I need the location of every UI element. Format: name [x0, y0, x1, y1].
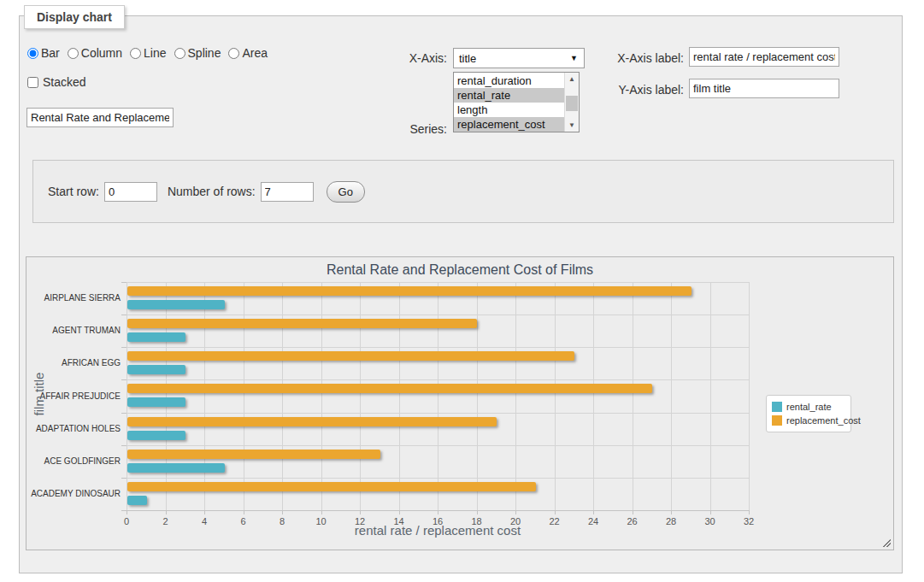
bar-rental_rate[interactable]	[127, 365, 185, 374]
x-tick-mark	[515, 511, 516, 514]
legend-item-rental_rate[interactable]: rental_rate	[772, 400, 845, 414]
bar-replacement_cost[interactable]	[127, 482, 536, 491]
chart-type-label: Column	[81, 46, 122, 60]
x-tick-mark	[749, 511, 750, 514]
chart-type-option-bar: Bar	[27, 46, 60, 60]
x-tick-mark	[321, 511, 322, 514]
x-gridline	[244, 282, 244, 510]
x-gridline	[749, 282, 750, 510]
bar-rental_rate[interactable]	[127, 332, 185, 342]
x-axis-select[interactable]: title ▼	[453, 48, 585, 68]
y-axis-label-label: Y-Axis label:	[575, 83, 684, 97]
go-button[interactable]: Go	[327, 181, 365, 203]
bar-rental_rate[interactable]	[127, 300, 225, 309]
chart-title-input[interactable]	[26, 108, 174, 127]
category-label: AGENT TRUMAN	[26, 326, 121, 335]
chart-type-option-spline: Spline	[174, 46, 221, 60]
stacked-checkbox[interactable]	[27, 77, 38, 88]
chart-title: Rental Rate and Replacement Cost of Film…	[26, 262, 893, 278]
num-rows-label: Number of rows:	[168, 185, 256, 198]
chart-type-radio-bar[interactable]	[27, 48, 38, 59]
chart-legend: rental_ratereplacement_cost	[766, 395, 851, 432]
chart-type-group: BarColumnLineSplineArea	[27, 46, 275, 60]
y-tick-mark	[121, 413, 127, 414]
bar-replacement_cost[interactable]	[127, 450, 380, 459]
x-tick-mark	[477, 511, 478, 514]
x-tick-mark	[282, 511, 283, 514]
scrollbar-thumb[interactable]	[566, 96, 578, 111]
category-label: AFRICAN EGG	[26, 358, 121, 367]
x-tick-mark	[399, 511, 400, 514]
x-tick-mark	[166, 511, 167, 514]
chart-type-label: Area	[242, 46, 268, 60]
x-gridline	[360, 282, 361, 510]
start-row-input[interactable]	[104, 182, 157, 202]
x-gridline	[555, 282, 556, 510]
chart-type-option-area: Area	[228, 46, 268, 60]
chart-type-option-line: Line	[130, 46, 166, 60]
y-tick-mark	[121, 315, 127, 315]
resize-handle-icon[interactable]	[881, 538, 891, 547]
series-option-rental_rate[interactable]: rental_rate	[454, 88, 564, 103]
series-option-rental_duration[interactable]: rental_duration	[454, 73, 564, 88]
chart-type-radio-spline[interactable]	[174, 48, 185, 59]
x-tick-mark	[127, 511, 127, 514]
bar-replacement_cost[interactable]	[127, 384, 652, 393]
y-gridline	[127, 315, 749, 315]
category-label: ACADEMY DINOSAUR	[26, 489, 121, 498]
chart: Rental Rate and Replacement Cost of Film…	[26, 256, 894, 550]
category-label: ACE GOLDFINGER	[26, 456, 121, 466]
chart-type-radio-area[interactable]	[228, 48, 239, 59]
bar-replacement_cost[interactable]	[127, 417, 497, 426]
legend-swatch-icon	[772, 402, 782, 412]
x-tick-mark	[204, 511, 205, 514]
bar-replacement_cost[interactable]	[127, 286, 692, 296]
x-gridline	[477, 282, 478, 510]
chart-type-label: Line	[144, 46, 166, 60]
x-tick-mark	[438, 511, 438, 514]
x-tick-mark	[593, 511, 594, 514]
bar-rental_rate[interactable]	[127, 431, 185, 440]
category-label: AIRPLANE SIERRA	[26, 293, 121, 303]
series-option-length[interactable]: length	[454, 103, 564, 117]
y-tick-mark	[121, 379, 127, 380]
x-tick-mark	[633, 511, 633, 514]
category-label: ADAPTATION HOLES	[26, 424, 121, 433]
legend-label: replacement_cost	[786, 415, 861, 426]
x-tick-mark	[360, 511, 361, 514]
x-gridline	[127, 282, 127, 510]
chart-type-option-column: Column	[68, 46, 122, 60]
chart-type-radio-line[interactable]	[130, 48, 141, 59]
y-axis-title: film title	[32, 373, 46, 416]
y-axis-label-input[interactable]	[689, 79, 839, 98]
x-axis-label-input[interactable]	[689, 47, 839, 67]
x-axis-select-label: X-Axis:	[362, 51, 447, 65]
x-tick-mark	[710, 511, 711, 514]
bar-rental_rate[interactable]	[127, 463, 225, 473]
display-chart-panel: Display chart BarColumnLineSplineArea St…	[19, 15, 903, 573]
bar-replacement_cost[interactable]	[127, 351, 574, 361]
bar-rental_rate[interactable]	[127, 496, 147, 505]
start-row-label: Start row:	[48, 185, 99, 198]
series-listbox[interactable]: rental_durationrental_ratelengthreplacem…	[453, 72, 580, 132]
legend-item-replacement_cost[interactable]: replacement_cost	[772, 414, 845, 427]
stacked-row: Stacked	[27, 75, 86, 89]
y-gridline	[127, 282, 749, 283]
num-rows-input[interactable]	[261, 182, 314, 202]
bar-rental_rate[interactable]	[127, 397, 185, 407]
bar-replacement_cost[interactable]	[127, 319, 477, 328]
x-axis-label-label: X-Axis label:	[575, 51, 684, 65]
y-tick-mark	[121, 445, 127, 446]
row-controls-box: Start row: Number of rows: Go	[32, 160, 894, 223]
scroll-down-icon[interactable]: ▼	[565, 119, 579, 132]
chart-type-radio-column[interactable]	[68, 48, 79, 59]
listbox-scrollbar[interactable]: ▲ ▼	[564, 73, 579, 132]
x-gridline	[438, 282, 438, 510]
x-gridline	[166, 282, 167, 510]
legend-swatch-icon	[772, 415, 782, 426]
y-tick-mark	[121, 282, 127, 283]
series-options: rental_durationrental_ratelengthreplacem…	[454, 73, 564, 132]
x-axis-title: rental rate / replacement cost	[127, 523, 749, 538]
series-option-replacement_cost[interactable]: replacement_cost	[454, 117, 564, 132]
x-tick-mark	[244, 511, 244, 514]
